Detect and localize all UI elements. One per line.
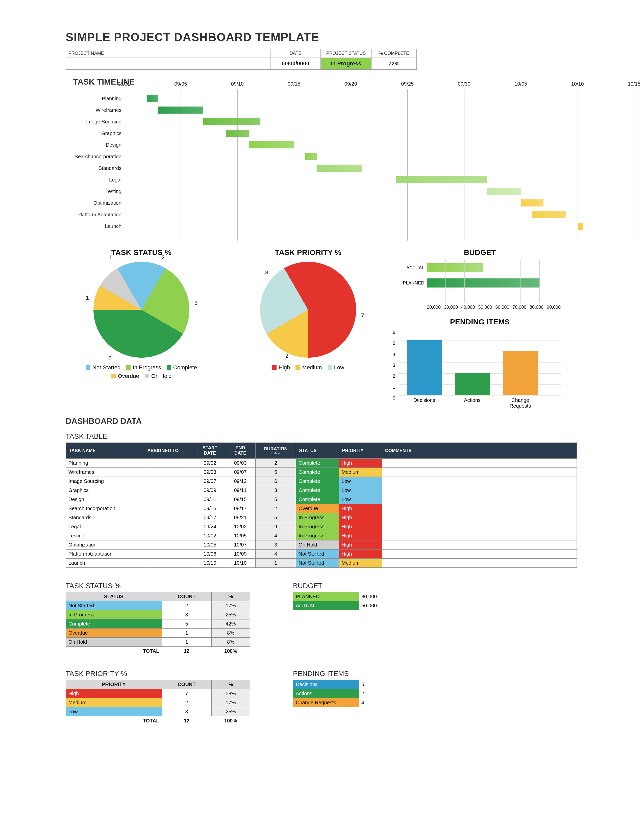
table-row: Design09/1109/155CompleteLow (66, 495, 577, 504)
task-table: TASK NAMEASSIGNED TOSTARTDATEENDDATEDURA… (66, 442, 577, 568)
priority-legend: HighMediumLow (272, 364, 344, 371)
page-title: SIMPLE PROJECT DASHBOARD TEMPLATE (66, 30, 578, 44)
priority-table: PRIORITYCOUNT% High758%Medium217%Low325%… (66, 680, 250, 725)
table-row: In Progress325% (66, 610, 250, 619)
table-row: Low325% (66, 707, 250, 716)
timeline-row: Wireframes (124, 104, 634, 116)
table-row: Launch10/1010/101Not StartedMedium (66, 559, 577, 568)
table-row: Complete542% (66, 619, 250, 629)
value-project-name[interactable] (66, 58, 270, 69)
timeline-row: Planning (124, 93, 634, 104)
table-row: Platform Adaptation10/0610/094Not Starte… (66, 550, 577, 559)
timeline-row: Launch (124, 220, 634, 232)
label-project-name: PROJECT NAME (66, 49, 270, 58)
budget-chart: BUDGET ACTUALPLANNED 20,00030,00040,0005… (399, 248, 561, 310)
value-status[interactable]: In Progress (321, 58, 371, 69)
table-row: Standards09/1709/215In ProgressHigh (66, 513, 577, 522)
title-budget: BUDGET (399, 248, 561, 257)
table-row: Optimization10/0510/073On HoldHigh (66, 540, 577, 550)
pending-chart: PENDING ITEMS 0123456 DecisionsActionsCh… (399, 318, 561, 409)
title-pending-table: PENDING ITEMS (293, 670, 419, 678)
timeline-row: Graphics (124, 127, 634, 139)
table-row: Decisions5 (293, 680, 419, 689)
section-timeline: TASK TIMELINE (73, 77, 578, 87)
table-row: Search Incorporation09/1609/172OverdueHi… (66, 504, 577, 513)
table-row: Actions2 (293, 689, 419, 698)
timeline-row: Standards (124, 162, 634, 174)
table-row: Overdue18% (66, 629, 250, 638)
timeline-row: Legal (124, 174, 634, 185)
title-budget-table: BUDGET (293, 582, 419, 590)
table-row: Legal09/2410/029In ProgressHigh (66, 522, 577, 531)
title-priority-table: TASK PRIORITY % (66, 670, 250, 678)
table-row: Medium217% (66, 698, 250, 707)
table-row: ACTUAL50,000 (293, 601, 419, 610)
title-pending: PENDING ITEMS (399, 318, 561, 326)
table-row: On Hold18% (66, 638, 250, 647)
table-row: Testing10/0210/054In ProgressHigh (66, 531, 577, 540)
timeline-row: Optimization (124, 197, 634, 209)
table-row: Planning09/0209/032CompleteHigh (66, 459, 577, 468)
table-row: Graphics09/0909/113CompleteLow (66, 486, 577, 495)
status-legend: Not StartedIn ProgressCompleteOverdueOn … (71, 364, 212, 380)
priority-pie-chart: 723 (260, 262, 356, 358)
table-row: Not Started217% (66, 601, 250, 610)
timeline-chart: 08/3109/0509/1009/1509/2009/2509/3010/05… (124, 89, 634, 241)
timeline-row: Search Incorporation (124, 151, 634, 162)
title-task-table: TASK TABLE (66, 433, 578, 441)
title-priority-pie: TASK PRIORITY % (275, 248, 341, 257)
table-row: Wireframes09/0309/075CompleteMedium (66, 468, 577, 477)
label-status: PROJECT STATUS (321, 49, 371, 58)
timeline-row: Image Sourcing (124, 116, 634, 127)
timeline-row: Platform Adaptation (124, 209, 634, 220)
value-date[interactable]: 00/00/0000 (270, 58, 320, 69)
table-row: High758% (66, 689, 250, 698)
project-header: PROJECT NAME DATE 00/00/0000 PROJECT STA… (66, 49, 578, 70)
value-pct: 72% (372, 58, 417, 69)
pending-table: Decisions5Actions2Change Requests4 (293, 680, 419, 707)
timeline-row: Testing (124, 185, 634, 197)
status-pie-chart: 23511 (93, 262, 189, 358)
budget-table: PLANNED80,000ACTUAL50,000 (293, 592, 419, 610)
table-row: Image Sourcing09/0709/126CompleteLow (66, 477, 577, 486)
table-row: PLANNED80,000 (293, 592, 419, 601)
label-pct: % COMPLETE (372, 49, 417, 58)
label-date: DATE (270, 49, 320, 58)
table-row: Change Requests4 (293, 698, 419, 707)
title-status-table: TASK STATUS % (66, 582, 250, 590)
timeline-row: Design (124, 139, 634, 151)
section-dashboard-data: DASHBOARD DATA (66, 416, 578, 426)
status-table: STATUSCOUNT% Not Started217%In Progress3… (66, 592, 250, 656)
